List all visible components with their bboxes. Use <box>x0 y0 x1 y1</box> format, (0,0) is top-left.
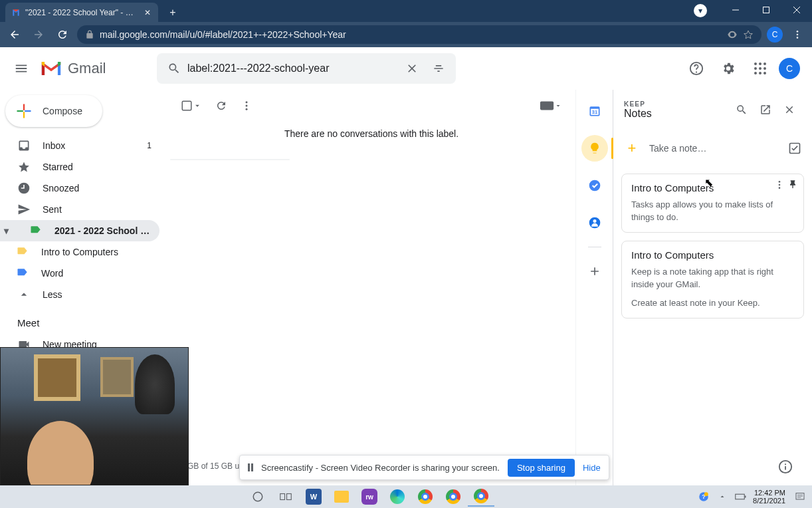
compose-button[interactable]: Compose <box>5 95 102 127</box>
tray-time-text: 12:42 PM <box>753 489 785 497</box>
note-more-icon[interactable] <box>774 180 785 190</box>
stop-sharing-button[interactable]: Stop sharing <box>508 459 575 477</box>
forward-button[interactable] <box>29 25 48 44</box>
search-bar[interactable] <box>157 53 456 84</box>
chrome-menu-icon[interactable] <box>788 25 807 44</box>
support-info-icon[interactable] <box>772 453 799 480</box>
hide-share-bar-button[interactable]: Hide <box>583 463 601 473</box>
inbox-icon <box>17 139 31 152</box>
close-panel-icon[interactable] <box>777 98 801 122</box>
contacts-rail-icon[interactable] <box>581 209 608 236</box>
chevron-up-icon <box>17 288 31 301</box>
sidebar-item-word[interactable]: Word <box>0 263 159 284</box>
extension-indicator-icon[interactable]: ▾ <box>694 4 707 17</box>
close-window-button[interactable] <box>781 0 812 20</box>
tab-close-icon[interactable]: ✕ <box>142 7 153 18</box>
tray-clock[interactable]: 12:42 PM 8/21/2021 <box>753 489 788 505</box>
apps-grid-icon[interactable] <box>747 55 773 82</box>
svg-point-26 <box>253 492 262 501</box>
pin-icon[interactable] <box>787 180 798 190</box>
chrome-app-icon-2[interactable] <box>440 487 466 507</box>
search-icon[interactable] <box>161 62 187 75</box>
gmail-logo-text: Gmail <box>68 60 106 77</box>
minimize-button[interactable] <box>720 0 751 20</box>
back-button[interactable] <box>5 25 24 44</box>
clear-search-icon[interactable] <box>399 62 425 75</box>
keep-rail-icon[interactable] <box>581 135 608 162</box>
account-avatar[interactable]: C <box>779 58 800 79</box>
sidebar-item-label: Starred <box>43 162 73 172</box>
tray-chevron-icon[interactable] <box>716 493 729 501</box>
compose-label: Compose <box>43 106 82 116</box>
pause-icon[interactable] <box>248 463 253 471</box>
reload-button[interactable] <box>53 25 72 44</box>
sidebar-item-starred[interactable]: Starred <box>0 156 159 178</box>
eye-icon[interactable] <box>727 29 738 40</box>
browser-tab[interactable]: "2021 - 2022 School Year" - murf ✕ <box>5 3 158 22</box>
take-note-input[interactable]: + Take a note… <box>624 134 801 163</box>
sidebar-item-inbox[interactable]: Inbox 1 <box>0 135 159 156</box>
keep-brand: KEEP <box>624 100 730 108</box>
more-actions-icon[interactable] <box>241 100 253 112</box>
chrome-app-icon-active[interactable] <box>468 487 494 507</box>
notifications-tray-icon[interactable] <box>793 491 807 502</box>
take-note-plus-icon: + <box>624 140 640 157</box>
task-view-icon[interactable] <box>272 487 299 507</box>
keep-note[interactable]: Intro to Computers Keep is a note taking… <box>621 241 804 319</box>
calendar-rail-icon[interactable]: 31 <box>581 98 608 124</box>
sidebar-item-intro-computers[interactable]: Intro to Computers <box>0 241 159 263</box>
browser-titlebar: "2021 - 2022 School Year" - murf ✕ + ▾ <box>0 0 812 22</box>
keep-search-icon[interactable] <box>730 98 754 122</box>
bookmark-star-icon[interactable] <box>743 29 754 40</box>
main-menu-button[interactable] <box>5 53 37 84</box>
sent-icon <box>17 203 31 216</box>
sidebar-item-sent[interactable]: Sent <box>0 199 159 220</box>
scrollbar-horizontal[interactable] <box>170 159 290 160</box>
sidebar-item-school-year[interactable]: ▾ 2021 - 2022 School … <box>0 220 159 241</box>
open-in-new-icon[interactable] <box>754 98 777 122</box>
sidebar-item-label: Word <box>41 268 63 279</box>
sidebar-item-less[interactable]: Less <box>0 284 159 305</box>
note-body: Keep is a note taking app that is right … <box>631 266 794 291</box>
input-tools-icon[interactable] <box>540 100 562 111</box>
gmail-logo-icon <box>40 60 62 77</box>
mouse-cursor: ⬉ <box>704 176 713 189</box>
svg-text:31: 31 <box>591 109 597 115</box>
mail-toolbar <box>170 90 573 122</box>
chrome-app-icon[interactable] <box>412 487 439 507</box>
profile-avatar[interactable]: C <box>767 27 783 43</box>
keep-title: Notes <box>624 108 730 120</box>
refresh-button[interactable] <box>215 100 227 112</box>
new-tab-button[interactable]: + <box>163 3 182 22</box>
note-title: Intro to Computers <box>631 249 794 261</box>
support-icon[interactable] <box>683 55 710 82</box>
new-list-icon[interactable] <box>788 142 801 155</box>
word-app-icon[interactable]: W <box>300 487 327 507</box>
url-bar[interactable]: mail.google.com/mail/u/0/#label/2021+-+2… <box>77 25 761 44</box>
battery-tray-icon[interactable] <box>734 493 748 501</box>
svg-rect-12 <box>540 102 554 110</box>
add-addon-icon[interactable] <box>581 258 608 285</box>
readwrite-app-icon[interactable]: rw <box>356 487 383 507</box>
sidebar-item-label: Snoozed <box>43 183 79 193</box>
empty-message: There are no conversations with this lab… <box>170 122 573 179</box>
maximize-button[interactable] <box>751 0 781 20</box>
note-body: Tasks app allows you to make lists of th… <box>631 199 794 224</box>
cortana-icon[interactable] <box>245 487 271 507</box>
search-input[interactable] <box>187 63 399 74</box>
svg-point-31 <box>704 492 708 496</box>
gmail-logo[interactable]: Gmail <box>37 60 157 77</box>
expand-caret-icon[interactable]: ▾ <box>4 225 17 236</box>
search-options-icon[interactable] <box>425 62 452 75</box>
file-explorer-icon[interactable] <box>328 487 355 507</box>
label-icon <box>16 267 29 280</box>
settings-gear-icon[interactable] <box>715 55 742 82</box>
help-tray-icon[interactable]: ? <box>697 491 710 503</box>
tray-date-text: 8/21/2021 <box>753 497 785 505</box>
tasks-rail-icon[interactable] <box>581 172 608 199</box>
label-icon <box>16 245 29 259</box>
sidebar-item-snoozed[interactable]: Snoozed <box>0 178 159 199</box>
edge-app-icon[interactable] <box>384 487 411 507</box>
select-all-checkbox[interactable] <box>181 100 202 112</box>
gmail-header: Gmail C <box>0 47 812 90</box>
